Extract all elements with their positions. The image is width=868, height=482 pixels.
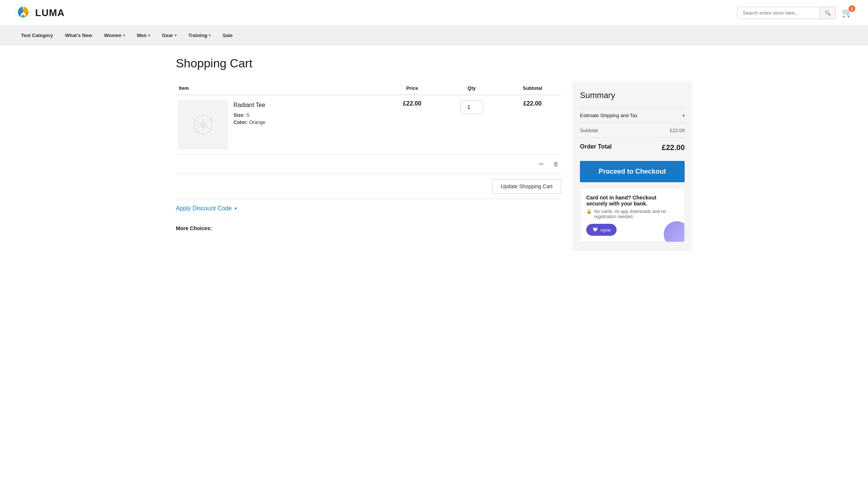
col-subtotal: Subtotal xyxy=(504,82,561,95)
item-actions: ✏ 🗑 xyxy=(176,155,561,174)
product-image xyxy=(179,100,227,149)
main-nav: Test Category What's New Women ▾ Men ▾ G… xyxy=(0,26,868,45)
col-item: Item xyxy=(176,82,385,95)
nav-label: Training xyxy=(189,33,208,38)
chevron-down-icon: ▾ xyxy=(175,33,177,37)
summary-order-total-row: Order Total £22.00 xyxy=(580,138,685,157)
vyne-button[interactable]: vyne xyxy=(586,224,617,236)
nav-label: Women xyxy=(104,33,122,38)
cart-main: Item Price Qty Subtotal xyxy=(176,82,561,231)
summary-title: Summary xyxy=(580,91,685,100)
chevron-down-icon: ▾ xyxy=(123,33,125,37)
vyne-desc: 🔒 No cards, no app downloads and no regi… xyxy=(586,209,678,219)
cart-icon-wrapper[interactable]: 🛒 1 xyxy=(842,7,853,18)
summary-subtotal-row: Subtotal £22.00 xyxy=(580,123,685,138)
discount-section: Apply Discount Code ▾ xyxy=(176,199,561,218)
delete-item-button[interactable]: 🗑 xyxy=(551,158,561,170)
chevron-down-icon: ▾ xyxy=(209,33,211,37)
summary-box: Summary Estimate Shipping and Tax ▾ Subt… xyxy=(572,82,692,251)
vyne-title: Card not in hand? Checkout securely with… xyxy=(586,195,678,207)
vyne-decoration xyxy=(664,221,685,242)
product-color: Color: Orange xyxy=(233,119,265,125)
product-cell: Radiant Tee Size: S Color: Orange xyxy=(179,100,382,149)
nav-item-whats-new[interactable]: What's New xyxy=(59,26,98,45)
nav-item-women[interactable]: Women ▾ xyxy=(98,26,131,45)
apply-discount-button[interactable]: Apply Discount Code ▾ xyxy=(176,205,237,212)
search-icon: 🔍 xyxy=(825,10,831,16)
logo-text: LUMA xyxy=(35,7,65,19)
nav-item-training[interactable]: Training ▾ xyxy=(183,26,217,45)
logo[interactable]: LUMA xyxy=(15,4,65,21)
cart-sidebar: Summary Estimate Shipping and Tax ▾ Subt… xyxy=(572,82,692,251)
cart-badge: 1 xyxy=(849,5,855,12)
nav-item-gear[interactable]: Gear ▾ xyxy=(156,26,183,45)
vyne-payment-box: Card not in hand? Checkout securely with… xyxy=(580,188,685,242)
header-actions: 🔍 🛒 1 xyxy=(737,7,853,19)
more-choices-section: More Choices: xyxy=(176,218,561,231)
order-total-value: £22.00 xyxy=(662,143,685,152)
chevron-down-icon: ▾ xyxy=(148,33,150,37)
update-cart-button[interactable]: Update Shopping Cart xyxy=(492,179,561,193)
nav-label: Test Category xyxy=(21,33,53,38)
nav-item-men[interactable]: Men ▾ xyxy=(131,26,156,45)
nav-label: Gear xyxy=(162,33,173,38)
proceed-to-checkout-button[interactable]: Proceed to Checkout xyxy=(580,161,685,182)
nav-item-test-category[interactable]: Test Category xyxy=(15,26,59,45)
item-price: £22.00 xyxy=(385,95,440,155)
svg-point-1 xyxy=(200,122,206,128)
estimate-shipping-toggle[interactable]: Estimate Shipping and Tax ▾ xyxy=(580,108,685,123)
cart-footer: Update Shopping Cart xyxy=(176,174,561,199)
trash-icon: 🗑 xyxy=(553,161,559,167)
cart-table: Item Price Qty Subtotal xyxy=(176,82,561,155)
nav-label: Sale xyxy=(223,33,233,38)
checkout-button-label: Proceed to Checkout xyxy=(599,168,666,175)
color-label: Color: xyxy=(233,119,249,125)
col-price: Price xyxy=(385,82,440,95)
subtotal-value: £22.00 xyxy=(670,128,685,133)
size-value: S xyxy=(246,112,250,118)
page-title: Shopping Cart xyxy=(176,57,692,70)
table-row: Radiant Tee Size: S Color: Orange xyxy=(176,95,561,155)
size-label: Size: xyxy=(233,112,246,118)
product-name: Radiant Tee xyxy=(233,102,265,109)
product-details: Radiant Tee Size: S Color: Orange xyxy=(233,100,265,126)
logo-icon xyxy=(15,4,31,21)
cart-layout: Item Price Qty Subtotal xyxy=(176,82,692,251)
update-cart-label: Update Shopping Cart xyxy=(501,183,553,189)
page-content: Shopping Cart Item Price Qty Subtotal xyxy=(161,45,707,262)
item-subtotal: £22.00 xyxy=(504,95,561,155)
color-value: Orange xyxy=(249,119,265,125)
col-qty: Qty xyxy=(440,82,504,95)
vyne-heart-icon xyxy=(592,227,598,233)
more-choices-title: More Choices: xyxy=(176,225,212,231)
chevron-down-icon: ▾ xyxy=(682,113,685,118)
nav-item-sale[interactable]: Sale xyxy=(217,26,239,45)
vyne-desc-text: No cards, no app downloads and no regist… xyxy=(594,209,678,219)
product-size: Size: S xyxy=(233,112,265,118)
vyne-button-label: vyne xyxy=(600,227,611,233)
item-qty-cell xyxy=(440,95,504,155)
estimate-shipping-label: Estimate Shipping and Tax xyxy=(580,113,638,118)
edit-item-button[interactable]: ✏ xyxy=(537,158,546,170)
pencil-icon: ✏ xyxy=(539,161,544,167)
search-button[interactable]: 🔍 xyxy=(820,7,835,19)
product-thumbnail-icon xyxy=(190,112,216,138)
item-cell: Radiant Tee Size: S Color: Orange xyxy=(176,95,385,155)
discount-label: Apply Discount Code xyxy=(176,205,232,212)
chevron-down-icon: ▾ xyxy=(235,206,237,211)
lock-icon: 🔒 xyxy=(586,209,592,214)
search-bar: 🔍 xyxy=(737,7,836,19)
nav-label: What's New xyxy=(65,33,92,38)
quantity-stepper[interactable] xyxy=(461,100,483,114)
table-header-row: Item Price Qty Subtotal xyxy=(176,82,561,95)
nav-label: Men xyxy=(137,33,147,38)
site-header: LUMA 🔍 🛒 1 xyxy=(0,0,868,26)
subtotal-label: Subtotal xyxy=(580,128,598,133)
search-input[interactable] xyxy=(737,7,820,19)
order-total-label: Order Total xyxy=(580,143,612,152)
